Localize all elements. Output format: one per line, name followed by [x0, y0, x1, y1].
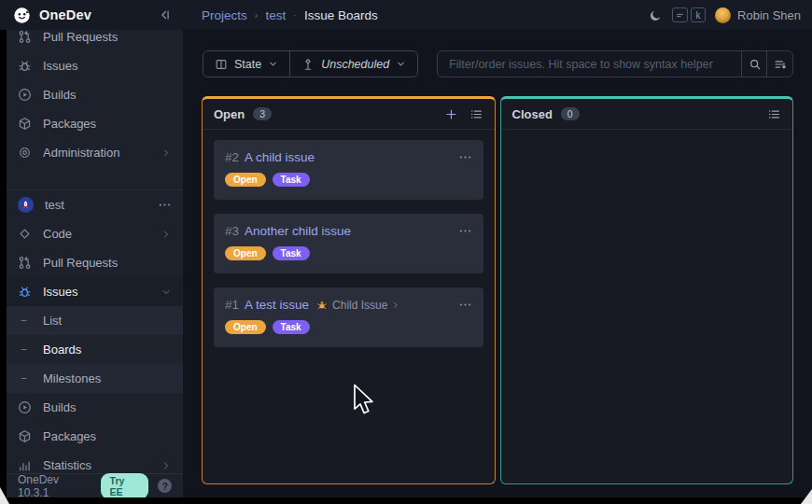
breadcrumb-test[interactable]: test [265, 8, 286, 22]
columns-icon [215, 58, 228, 71]
version-label: OneDev 10.3.1 [18, 473, 91, 498]
sidebar-item-packages[interactable]: Packages [7, 109, 183, 138]
logo-text[interactable]: OneDev [39, 7, 91, 22]
milestone-select-button[interactable]: Unscheduled [289, 51, 417, 77]
project-avatar [18, 197, 34, 213]
sidebar-item-boards[interactable]: Boards [7, 335, 183, 364]
bug-icon [18, 285, 32, 299]
play-circle-icon [18, 400, 32, 414]
column-count-badge: 3 [253, 107, 272, 120]
column-menu-icon[interactable] [469, 107, 483, 121]
sidebar-item-builds[interactable]: Builds [7, 393, 183, 422]
sidebar-item-builds[interactable]: Builds [7, 80, 183, 109]
keyboard-shortcut-hint[interactable]: k [672, 7, 706, 22]
main-content: State Unscheduled [183, 30, 812, 497]
help-icon[interactable]: ? [158, 479, 172, 493]
sidebar-item-label: List [43, 314, 62, 328]
issue-card-1[interactable]: #1 A test issue Child Issue OpenTask [214, 287, 483, 347]
sidebar-project-nav: test Code Pull Requests Issues List Boar… [7, 190, 183, 480]
bar-chart-icon [18, 458, 32, 472]
sidebar-item-administration[interactable]: Administration [7, 138, 183, 167]
sidebar-item-code[interactable]: Code [7, 219, 183, 248]
child-issue-label: Child Issue [332, 299, 387, 312]
window-edge-bottom [0, 497, 812, 504]
sidebar-item-list[interactable]: List [7, 306, 183, 335]
gear-icon [18, 146, 32, 160]
sidebar-item-label: Pull Requests [43, 30, 118, 44]
user-menu[interactable]: Robin Shen [715, 7, 801, 23]
sidebar-project-header[interactable]: test [7, 190, 183, 219]
sidebar-footer: OneDev 10.3.1 Try EE ? [7, 473, 183, 497]
collapse-sidebar-icon[interactable] [159, 8, 172, 21]
chevron-down-icon [268, 59, 278, 69]
column-menu-icon[interactable] [767, 107, 781, 121]
user-avatar [715, 7, 731, 23]
modifier-key-icon [672, 7, 688, 22]
sidebar-item-label: Packages [43, 429, 96, 443]
issue-title-link[interactable]: A child issue [245, 150, 315, 164]
card-badges: OpenTask [225, 173, 472, 187]
card-menu-icon[interactable] [458, 298, 472, 312]
sidebar-item-pull-requests[interactable]: Pull Requests [7, 30, 183, 51]
badge-open: Open [225, 173, 266, 187]
column-header: Closed 0 [501, 99, 793, 130]
window-edge-left [0, 30, 7, 504]
search-button[interactable] [741, 51, 767, 77]
issue-title-link[interactable]: A test issue [245, 298, 309, 312]
topbar-brand: OneDev [0, 7, 183, 24]
topbar-actions: k Robin Shen [649, 7, 812, 23]
sidebar-item-packages[interactable]: Packages [7, 422, 183, 451]
filter-input[interactable] [437, 50, 793, 77]
dark-mode-toggle-icon[interactable] [649, 8, 663, 22]
sidebar-item-pull-requests[interactable]: Pull Requests [7, 248, 183, 277]
badge-task: Task [273, 173, 310, 187]
card-header: #2 A child issue [225, 150, 472, 164]
card-badges: OpenTask [225, 246, 472, 260]
chevron-right-icon [161, 229, 172, 240]
search-icon [749, 58, 762, 71]
onedev-logo-icon[interactable] [13, 7, 31, 24]
board-select-button[interactable]: State [203, 51, 289, 77]
user-name: Robin Shen [737, 8, 801, 22]
sidebar-item-label: Packages [43, 117, 96, 131]
milestone-icon [301, 58, 315, 71]
card-menu-icon[interactable] [458, 150, 472, 164]
chevron-right-icon [391, 301, 400, 310]
column-body [501, 130, 793, 150]
card-badges: OpenTask [225, 320, 472, 334]
shortcut-key-label: k [691, 7, 706, 22]
sidebar-gap [7, 167, 183, 189]
issue-card-3[interactable]: #3 Another child issue OpenTask [214, 214, 483, 273]
child-issue-link[interactable]: Child Issue [315, 299, 400, 312]
dash-icon [18, 371, 32, 385]
badge-task: Task [273, 320, 310, 334]
chevron-right-icon [161, 147, 172, 159]
sidebar-item-milestones[interactable]: Milestones [7, 364, 183, 393]
board-filter-group: State Unscheduled [203, 50, 418, 77]
sidebar-global-nav: Pull Requests Issues Builds Packages Adm… [7, 30, 183, 167]
sidebar-item-label: Statistics [43, 458, 91, 472]
dash-icon [18, 343, 32, 357]
issue-number: #1 [225, 298, 239, 312]
breadcrumb-projects[interactable]: Projects [202, 8, 247, 22]
issue-number: #3 [225, 224, 239, 238]
issue-card-2[interactable]: #2 A child issue OpenTask [214, 140, 483, 200]
sidebar-item-label: Issues [43, 59, 78, 73]
try-ee-badge[interactable]: Try EE [101, 473, 149, 498]
milestone-select-label: Unscheduled [321, 58, 389, 71]
breadcrumb-dot-separator: · [293, 9, 297, 21]
issue-title-link[interactable]: Another child issue [245, 224, 351, 238]
card-header: #3 Another child issue [225, 224, 472, 238]
sidebar-item-issues[interactable]: Issues [7, 277, 183, 306]
sidebar-item-issues[interactable]: Issues [7, 51, 183, 80]
sidebar-item-label: Administration [43, 146, 119, 160]
sidebar-item-label: Builds [43, 400, 76, 414]
sidebar-item-label: Code [43, 227, 72, 241]
order-button[interactable] [766, 51, 792, 77]
card-menu-icon[interactable] [458, 224, 472, 238]
pull-request-icon [18, 256, 32, 270]
project-menu-icon[interactable] [158, 198, 172, 212]
bug-icon [18, 59, 32, 73]
add-issue-icon[interactable] [444, 107, 458, 121]
sidebar-item-label: Builds [43, 88, 76, 102]
